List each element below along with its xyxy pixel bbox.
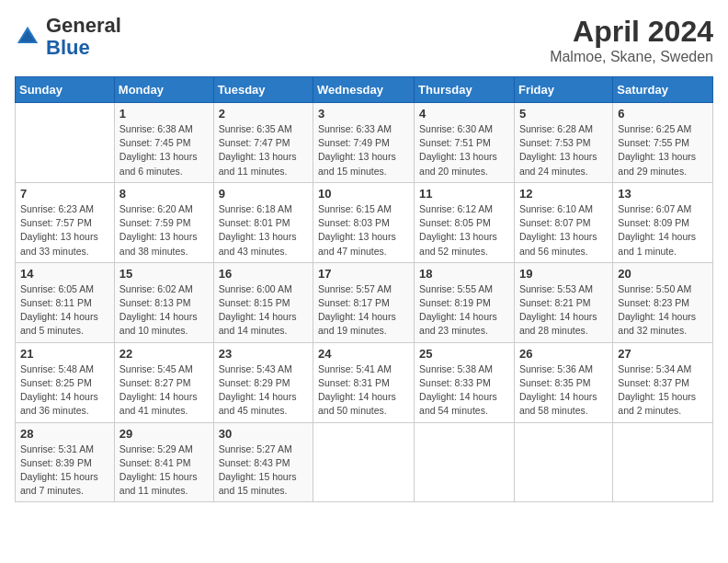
day-cell: 16Sunrise: 6:00 AMSunset: 8:15 PMDayligh… — [213, 262, 313, 342]
header-cell-saturday: Saturday — [613, 77, 713, 103]
day-info: Sunrise: 6:23 AMSunset: 7:57 PMDaylight:… — [20, 202, 109, 259]
day-info: Sunrise: 5:36 AMSunset: 8:35 PMDaylight:… — [519, 362, 608, 419]
day-number: 4 — [419, 107, 509, 121]
day-cell: 21Sunrise: 5:48 AMSunset: 8:25 PMDayligh… — [16, 342, 115, 422]
day-cell: 15Sunrise: 6:02 AMSunset: 8:13 PMDayligh… — [114, 262, 213, 342]
day-info: Sunrise: 5:50 AMSunset: 8:23 PMDaylight:… — [618, 282, 708, 339]
day-cell: 19Sunrise: 5:53 AMSunset: 8:21 PMDayligh… — [514, 262, 612, 342]
day-info: Sunrise: 6:38 AMSunset: 7:45 PMDaylight:… — [119, 122, 209, 178]
day-cell: 29Sunrise: 5:29 AMSunset: 8:41 PMDayligh… — [114, 422, 213, 502]
day-cell — [313, 422, 415, 502]
day-cell: 10Sunrise: 6:15 AMSunset: 8:03 PMDayligh… — [313, 182, 415, 262]
day-info: Sunrise: 6:05 AMSunset: 8:11 PMDaylight:… — [20, 282, 109, 339]
day-info: Sunrise: 6:35 AMSunset: 7:47 PMDaylight:… — [219, 122, 308, 178]
logo-icon — [15, 24, 40, 50]
day-cell: 30Sunrise: 5:27 AMSunset: 8:43 PMDayligh… — [213, 422, 313, 502]
day-number: 6 — [618, 107, 708, 121]
day-info: Sunrise: 5:31 AMSunset: 8:39 PMDaylight:… — [20, 442, 109, 499]
day-cell: 9Sunrise: 6:18 AMSunset: 8:01 PMDaylight… — [213, 182, 313, 262]
day-number: 23 — [219, 347, 308, 361]
logo-text: General Blue — [46, 15, 121, 59]
day-number: 18 — [419, 267, 509, 281]
day-cell: 2Sunrise: 6:35 AMSunset: 7:47 PMDaylight… — [213, 103, 313, 183]
day-info: Sunrise: 5:57 AMSunset: 8:17 PMDaylight:… — [318, 282, 409, 339]
day-info: Sunrise: 6:07 AMSunset: 8:09 PMDaylight:… — [618, 202, 708, 259]
day-info: Sunrise: 5:45 AMSunset: 8:27 PMDaylight:… — [119, 362, 209, 419]
calendar-header-row: SundayMondayTuesdayWednesdayThursdayFrid… — [16, 77, 713, 103]
day-number: 12 — [519, 187, 608, 201]
day-cell: 13Sunrise: 6:07 AMSunset: 8:09 PMDayligh… — [613, 182, 713, 262]
header-cell-thursday: Thursday — [415, 77, 515, 103]
day-number: 16 — [219, 267, 308, 281]
day-number: 22 — [119, 347, 209, 361]
day-info: Sunrise: 5:55 AMSunset: 8:19 PMDaylight:… — [419, 282, 509, 339]
day-cell: 20Sunrise: 5:50 AMSunset: 8:23 PMDayligh… — [613, 262, 713, 342]
day-number: 2 — [219, 107, 308, 121]
day-info: Sunrise: 6:33 AMSunset: 7:49 PMDaylight:… — [318, 122, 409, 178]
header-cell-friday: Friday — [514, 77, 612, 103]
day-cell — [415, 422, 515, 502]
day-cell: 1Sunrise: 6:38 AMSunset: 7:45 PMDaylight… — [114, 103, 213, 183]
day-number: 8 — [119, 187, 209, 201]
day-info: Sunrise: 5:48 AMSunset: 8:25 PMDaylight:… — [20, 362, 109, 419]
day-cell: 11Sunrise: 6:12 AMSunset: 8:05 PMDayligh… — [415, 182, 515, 262]
day-cell: 23Sunrise: 5:43 AMSunset: 8:29 PMDayligh… — [213, 342, 313, 422]
day-number: 20 — [618, 267, 708, 281]
day-cell: 18Sunrise: 5:55 AMSunset: 8:19 PMDayligh… — [415, 262, 515, 342]
day-info: Sunrise: 6:20 AMSunset: 7:59 PMDaylight:… — [119, 202, 209, 259]
day-cell: 25Sunrise: 5:38 AMSunset: 8:33 PMDayligh… — [415, 342, 515, 422]
day-number: 15 — [119, 267, 209, 281]
day-info: Sunrise: 5:43 AMSunset: 8:29 PMDaylight:… — [219, 362, 308, 419]
day-number: 9 — [219, 187, 308, 201]
day-info: Sunrise: 6:28 AMSunset: 7:53 PMDaylight:… — [519, 122, 608, 178]
day-number: 26 — [519, 347, 608, 361]
day-cell: 8Sunrise: 6:20 AMSunset: 7:59 PMDaylight… — [114, 182, 213, 262]
title-block: April 2024 Malmoe, Skane, Sweden — [550, 15, 713, 65]
day-info: Sunrise: 5:53 AMSunset: 8:21 PMDaylight:… — [519, 282, 608, 339]
day-number: 7 — [20, 187, 109, 201]
day-number: 24 — [318, 347, 409, 361]
day-info: Sunrise: 6:00 AMSunset: 8:15 PMDaylight:… — [219, 282, 308, 339]
day-number: 10 — [318, 187, 409, 201]
day-number: 14 — [20, 267, 109, 281]
day-cell: 27Sunrise: 5:34 AMSunset: 8:37 PMDayligh… — [613, 342, 713, 422]
page-header: General Blue April 2024 Malmoe, Skane, S… — [15, 15, 713, 65]
header-cell-wednesday: Wednesday — [313, 77, 415, 103]
day-number: 13 — [618, 187, 708, 201]
day-info: Sunrise: 6:12 AMSunset: 8:05 PMDaylight:… — [419, 202, 509, 259]
week-row-5: 28Sunrise: 5:31 AMSunset: 8:39 PMDayligh… — [16, 422, 713, 502]
location: Malmoe, Skane, Sweden — [550, 49, 713, 65]
day-number: 29 — [119, 427, 209, 441]
day-number: 1 — [119, 107, 209, 121]
day-info: Sunrise: 5:27 AMSunset: 8:43 PMDaylight:… — [219, 442, 308, 499]
day-cell: 6Sunrise: 6:25 AMSunset: 7:55 PMDaylight… — [613, 103, 713, 183]
day-cell: 22Sunrise: 5:45 AMSunset: 8:27 PMDayligh… — [114, 342, 213, 422]
logo: General Blue — [15, 15, 121, 59]
day-info: Sunrise: 6:30 AMSunset: 7:51 PMDaylight:… — [419, 122, 509, 178]
week-row-3: 14Sunrise: 6:05 AMSunset: 8:11 PMDayligh… — [16, 262, 713, 342]
week-row-2: 7Sunrise: 6:23 AMSunset: 7:57 PMDaylight… — [16, 182, 713, 262]
day-info: Sunrise: 5:29 AMSunset: 8:41 PMDaylight:… — [119, 442, 209, 499]
day-info: Sunrise: 5:41 AMSunset: 8:31 PMDaylight:… — [318, 362, 409, 419]
day-number: 5 — [519, 107, 608, 121]
day-cell — [16, 103, 115, 183]
week-row-4: 21Sunrise: 5:48 AMSunset: 8:25 PMDayligh… — [16, 342, 713, 422]
day-number: 3 — [318, 107, 409, 121]
day-number: 17 — [318, 267, 409, 281]
header-cell-sunday: Sunday — [16, 77, 115, 103]
day-cell: 28Sunrise: 5:31 AMSunset: 8:39 PMDayligh… — [16, 422, 115, 502]
day-cell: 4Sunrise: 6:30 AMSunset: 7:51 PMDaylight… — [415, 103, 515, 183]
day-cell: 12Sunrise: 6:10 AMSunset: 8:07 PMDayligh… — [514, 182, 612, 262]
day-info: Sunrise: 6:10 AMSunset: 8:07 PMDaylight:… — [519, 202, 608, 259]
day-info: Sunrise: 6:25 AMSunset: 7:55 PMDaylight:… — [618, 122, 708, 178]
day-number: 28 — [20, 427, 109, 441]
day-info: Sunrise: 6:15 AMSunset: 8:03 PMDaylight:… — [318, 202, 409, 259]
day-info: Sunrise: 6:02 AMSunset: 8:13 PMDaylight:… — [119, 282, 209, 339]
day-number: 11 — [419, 187, 509, 201]
day-number: 27 — [618, 347, 708, 361]
header-cell-tuesday: Tuesday — [213, 77, 313, 103]
day-number: 21 — [20, 347, 109, 361]
day-info: Sunrise: 5:38 AMSunset: 8:33 PMDaylight:… — [419, 362, 509, 419]
day-info: Sunrise: 6:18 AMSunset: 8:01 PMDaylight:… — [219, 202, 308, 259]
month-title: April 2024 — [550, 15, 713, 49]
